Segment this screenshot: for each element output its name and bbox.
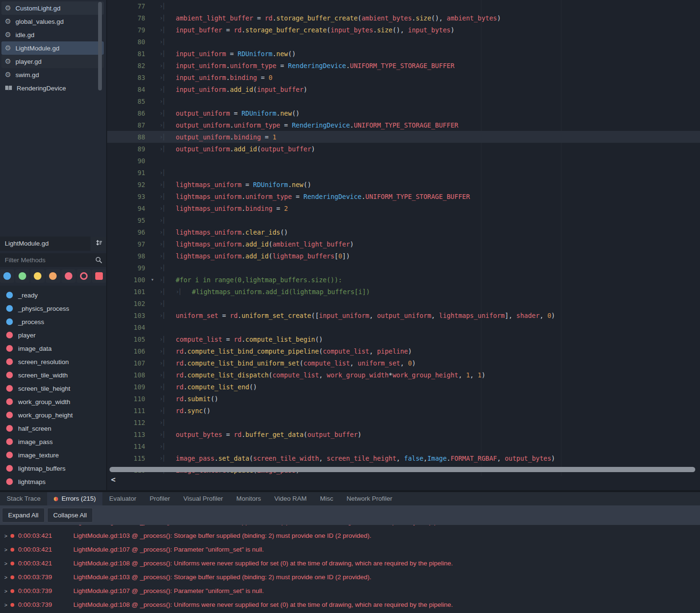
debugger-tab-errors-215-[interactable]: Errors (215) (47, 492, 102, 505)
code-line-82[interactable]: 82›│input_uniform.uniform_type = Renderi… (107, 59, 700, 71)
method-item-screen_tile_width[interactable]: screen_tile_width (0, 368, 106, 382)
error-row[interactable]: >0:00:03:421LightModule.gd:103 @ _proces… (0, 529, 700, 543)
error-row[interactable]: >0:00:03:739LightModule.gd:108 @ _proces… (0, 598, 700, 612)
script-item-lightmodule-gd[interactable]: ⚙LightModule.gd (1, 41, 104, 55)
code-line-106[interactable]: 106›│rd.compute_list_bind_compute_pipeli… (107, 345, 700, 357)
code-line-101[interactable]: 101›│›│#lightmaps_uniform.add_id(lightma… (107, 286, 700, 297)
code-line-105[interactable]: 105›│compute_list = rd.compute_list_begi… (107, 333, 700, 345)
script-item-customlight-gd[interactable]: ⚙CustomLight.gd (1, 1, 104, 15)
code-line-109[interactable]: 109›│rd.compute_list_end() (107, 381, 700, 393)
method-item-image_pass[interactable]: image_pass (0, 435, 106, 448)
code-line-87[interactable]: 87›│output_uniform.uniform_type = Render… (107, 119, 700, 131)
filter-ring-button-6[interactable] (77, 269, 91, 283)
code-line-95[interactable]: 95›│ (107, 214, 700, 226)
method-item-screen_resolution[interactable]: screen_resolution (0, 355, 106, 368)
code-line-88[interactable]: 88›│output_uniform.binding = 1 (107, 131, 700, 143)
sort-methods-button[interactable] (91, 237, 106, 251)
method-item-image_data[interactable]: image_data (0, 342, 106, 355)
code-line-113[interactable]: 113›│output_bytes = rd.buffer_get_data(o… (107, 428, 700, 440)
debugger-tab-misc[interactable]: Misc (313, 492, 340, 505)
expand-all-button[interactable]: Expand All (2, 508, 45, 523)
script-item-idle-gd[interactable]: ⚙idle.gd (1, 28, 104, 41)
filter-circle-button-4[interactable] (46, 269, 60, 283)
expand-arrow-icon[interactable]: > (4, 533, 10, 539)
method-item-image_texture[interactable]: image_texture (0, 448, 106, 462)
code-line-83[interactable]: 83›│input_uniform.binding = 0 (107, 71, 700, 83)
code-line-79[interactable]: 79›│input_buffer = rd.storage_buffer_cre… (107, 24, 700, 36)
method-item-_process[interactable]: _process (0, 315, 106, 328)
code-line-90[interactable]: 90 (107, 155, 700, 167)
code-line-77[interactable]: 77›│ (107, 0, 700, 12)
error-row[interactable]: >0:00:03:739LightModule.gd:103 @ _proces… (0, 570, 700, 584)
filter-square-button-7[interactable] (92, 269, 106, 283)
code-line-86[interactable]: 86›│output_uniform = RDUniform.new() (107, 107, 700, 119)
code-line-85[interactable]: 85›│ (107, 95, 700, 107)
code-line-98[interactable]: 98›│lightmaps_uniform.add_id(lightmap_bu… (107, 250, 700, 262)
debugger-tab-monitors[interactable]: Monitors (230, 492, 268, 505)
expand-arrow-icon[interactable]: > (4, 574, 10, 580)
filter-methods-input[interactable]: Filter Methods (0, 253, 106, 267)
error-row[interactable]: >0:00:03:421LightModule.gd:108 @ _proces… (0, 525, 700, 529)
expand-arrow-icon[interactable]: > (4, 602, 10, 608)
script-item-swim-gd[interactable]: ⚙swim.gd (1, 68, 104, 81)
code-line-115[interactable]: 115›│image_pass.set_data(screen_tile_wid… (107, 452, 700, 464)
debugger-tab-video-ram[interactable]: Video RAM (268, 492, 313, 505)
filter-circle-button-5[interactable] (61, 269, 76, 283)
code-line-104[interactable]: 104 (107, 321, 700, 333)
code-line-93[interactable]: 93›│lightmaps_uniform.uniform_type = Ren… (107, 190, 700, 202)
debugger-tab-stack-trace[interactable]: Stack Trace (0, 492, 47, 505)
code-line-92[interactable]: 92›│lightmaps_uniform = RDUniform.new() (107, 178, 700, 190)
code-line-84[interactable]: 84›│input_uniform.add_id(input_buffer) (107, 83, 700, 95)
horizontal-scrollbar[interactable] (110, 467, 695, 472)
method-item-work_group_width[interactable]: work_group_width (0, 395, 106, 408)
code-line-110[interactable]: 110›│rd.submit() (107, 393, 700, 405)
error-row[interactable]: >0:00:03:739LightModule.gd:107 @ _proces… (0, 584, 700, 598)
method-item-work_group_height[interactable]: work_group_height (0, 408, 106, 422)
debugger-tab-profiler[interactable]: Profiler (143, 492, 177, 505)
script-item-global_values-gd[interactable]: ⚙global_values.gd (1, 15, 104, 28)
code-line-103[interactable]: 103›│uniform_set = rd.uniform_set_create… (107, 309, 700, 321)
fold-arrow-icon[interactable]: ▾ (145, 277, 160, 283)
method-item-player[interactable]: player (0, 328, 106, 342)
code-line-94[interactable]: 94›│lightmaps_uniform.binding = 2 (107, 202, 700, 214)
code-line-81[interactable]: 81›│input_uniform = RDUniform.new() (107, 48, 700, 59)
method-list-scrollbar[interactable] (98, 2, 102, 90)
expand-arrow-icon[interactable]: > (4, 547, 10, 553)
filter-circle-button-2[interactable] (15, 269, 30, 283)
expand-arrow-icon[interactable]: > (4, 561, 10, 566)
debugger-tab-evaluator[interactable]: Evaluator (102, 492, 143, 505)
debugger-tab-visual-profiler[interactable]: Visual Profiler (177, 492, 230, 505)
script-item-renderingdevice[interactable]: RenderingDevice (1, 81, 104, 95)
filter-circle-button-1[interactable] (0, 269, 14, 283)
code-line-89[interactable]: 89›│output_uniform.add_id(output_buffer) (107, 143, 700, 155)
expand-arrow-icon[interactable]: > (4, 588, 10, 594)
code-line-102[interactable]: 102›│ (107, 297, 700, 309)
code-line-108[interactable]: 108›│rd.compute_list_dispatch(compute_li… (107, 369, 700, 381)
method-item-_physics_process[interactable]: _physics_process (0, 302, 106, 315)
code-line-99[interactable]: 99›│ (107, 262, 700, 274)
collapse-all-button[interactable]: Collapse All (47, 508, 93, 523)
method-item-lightmaps[interactable]: lightmaps (0, 475, 106, 488)
method-item-screen_tile_height[interactable]: screen_tile_height (0, 382, 106, 395)
method-item-half_screen[interactable]: half_screen (0, 422, 106, 435)
code-line-114[interactable]: 114›│ (107, 440, 700, 452)
code-line-97[interactable]: 97›│lightmaps_uniform.add_id(ambient_lig… (107, 238, 700, 250)
filter-circle-button-3[interactable] (30, 269, 45, 283)
error-row[interactable]: >0:00:03:421LightModule.gd:107 @ _proces… (0, 543, 700, 556)
script-item-player-gd[interactable]: ⚙player.gd (1, 55, 104, 68)
method-item-_ready[interactable]: _ready (0, 288, 106, 302)
code-line-107[interactable]: 107›│rd.compute_list_bind_uniform_set(co… (107, 357, 700, 369)
code-line-80[interactable]: 80›│ (107, 36, 700, 48)
code-line-91[interactable]: 91›│ (107, 167, 700, 178)
debugger-tab-network-profiler[interactable]: Network Profiler (340, 492, 399, 505)
collapse-scripts-panel-button[interactable]: < (111, 475, 116, 484)
code-line-112[interactable]: 112›│ (107, 416, 700, 428)
code-line-100[interactable]: 100▾›│#for i in range(0,lightmap_buffers… (107, 274, 700, 286)
error-row[interactable]: >0:00:03:421LightModule.gd:108 @ _proces… (0, 556, 700, 570)
method-item-lightmap_buffers[interactable]: lightmap_buffers (0, 462, 106, 475)
code-token: rd (176, 395, 183, 403)
code-line-111[interactable]: 111›│rd.sync() (107, 405, 700, 416)
code-line-96[interactable]: 96›│lightmaps_uniform.clear_ids() (107, 226, 700, 238)
code-line-78[interactable]: 78›│ambient_light_buffer = rd.storage_bu… (107, 12, 700, 24)
code-editor[interactable]: 77›│78›│ambient_light_buffer = rd.storag… (107, 0, 700, 490)
